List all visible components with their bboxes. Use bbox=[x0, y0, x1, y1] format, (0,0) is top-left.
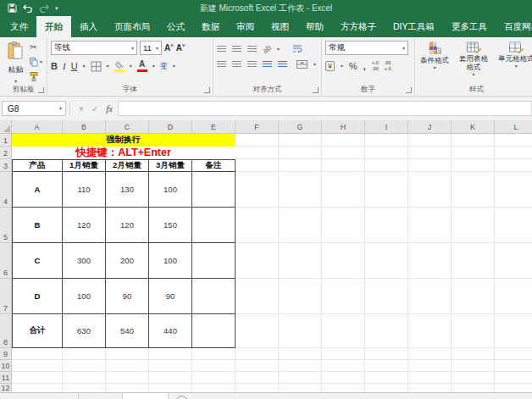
row-header-8[interactable]: 8 bbox=[0, 314, 12, 348]
cell-J8[interactable] bbox=[408, 314, 452, 348]
cell-B6[interactable]: 300 bbox=[63, 243, 106, 279]
cell-C11[interactable] bbox=[106, 372, 149, 384]
cell-F3[interactable] bbox=[236, 159, 279, 172]
cell-G12[interactable] bbox=[279, 384, 322, 392]
grow-font-button[interactable]: A˄ bbox=[164, 43, 174, 53]
cell-D11[interactable] bbox=[149, 372, 192, 384]
cell-E7[interactable] bbox=[192, 279, 236, 314]
column-header-A[interactable]: A bbox=[12, 120, 63, 134]
column-header-D[interactable]: D bbox=[149, 120, 192, 134]
cell-L5[interactable] bbox=[495, 208, 532, 243]
ribbon-tab-7[interactable]: 审阅 bbox=[228, 16, 263, 37]
cell-E12[interactable] bbox=[192, 384, 236, 392]
ribbon-tab-2[interactable]: 开始 bbox=[36, 16, 71, 37]
cell-H10[interactable] bbox=[322, 360, 365, 372]
formula-input[interactable] bbox=[118, 101, 532, 116]
cell-I5[interactable] bbox=[365, 208, 408, 243]
cut-button[interactable]: ✂ bbox=[30, 42, 42, 53]
save-icon[interactable] bbox=[8, 3, 17, 13]
insert-function-icon[interactable]: fx bbox=[106, 103, 113, 114]
cell-A3[interactable]: 产品 bbox=[12, 159, 63, 172]
cell-C9[interactable] bbox=[106, 348, 149, 360]
cell-L4[interactable] bbox=[495, 172, 532, 208]
cell-J10[interactable] bbox=[408, 360, 452, 372]
decrease-indent-icon[interactable] bbox=[263, 61, 272, 69]
column-header-F[interactable]: F bbox=[236, 120, 279, 134]
cell-B12[interactable] bbox=[63, 384, 106, 392]
align-middle-icon[interactable] bbox=[232, 46, 241, 53]
cell-A6[interactable]: C bbox=[12, 243, 63, 279]
undo-icon[interactable] bbox=[23, 4, 33, 13]
cell-C12[interactable] bbox=[106, 384, 149, 392]
cell-G4[interactable] bbox=[279, 172, 322, 208]
comma-style-icon[interactable]: , bbox=[363, 61, 366, 71]
cell-I9[interactable] bbox=[365, 348, 408, 360]
increase-decimal-icon[interactable]: +.0 .00 bbox=[372, 60, 379, 71]
column-header-G[interactable]: G bbox=[279, 120, 322, 134]
cell-L8[interactable] bbox=[495, 314, 532, 348]
cell-K1[interactable] bbox=[452, 134, 495, 147]
cell-B10[interactable] bbox=[63, 360, 106, 372]
cell-J9[interactable] bbox=[408, 348, 452, 360]
cell-J5[interactable] bbox=[408, 208, 452, 243]
cell-F12[interactable] bbox=[236, 384, 279, 392]
cell-L11[interactable] bbox=[495, 372, 532, 384]
cell-I10[interactable] bbox=[365, 360, 408, 372]
font-name-select[interactable]: 等线▾ bbox=[51, 41, 137, 55]
cell-C5[interactable]: 120 bbox=[106, 208, 149, 243]
cell-K6[interactable] bbox=[452, 243, 495, 279]
cell-I4[interactable] bbox=[365, 172, 408, 208]
cell-C4[interactable]: 130 bbox=[106, 172, 149, 208]
cell-E11[interactable] bbox=[192, 372, 236, 384]
cell-G10[interactable] bbox=[279, 360, 322, 372]
paste-button[interactable]: 粘贴 ▾ bbox=[3, 41, 28, 85]
ribbon-tab-4[interactable]: 页面布局 bbox=[106, 16, 158, 37]
font-size-select[interactable]: 11▾ bbox=[140, 41, 162, 55]
cell-J3[interactable] bbox=[408, 159, 452, 172]
cell-G9[interactable] bbox=[279, 348, 322, 360]
cell-B4[interactable]: 110 bbox=[63, 172, 106, 208]
cell-H12[interactable] bbox=[322, 384, 365, 392]
ribbon-tab-5[interactable]: 公式 bbox=[158, 16, 193, 37]
cell-L6[interactable] bbox=[495, 243, 532, 279]
cell-L7[interactable] bbox=[495, 279, 532, 314]
column-header-J[interactable]: J bbox=[408, 120, 452, 134]
cell-I11[interactable] bbox=[365, 372, 408, 384]
cell-L12[interactable] bbox=[495, 384, 532, 392]
cell-H7[interactable] bbox=[322, 279, 365, 314]
cell-L10[interactable] bbox=[495, 360, 532, 372]
ribbon-tab-9[interactable]: 帮助 bbox=[297, 16, 332, 37]
percent-style-icon[interactable]: % bbox=[349, 61, 357, 71]
cell-E10[interactable] bbox=[192, 360, 236, 372]
cell-A11[interactable] bbox=[12, 372, 63, 384]
phonetic-button[interactable]: 变 bbox=[160, 61, 168, 72]
cell-G3[interactable] bbox=[279, 159, 322, 172]
cell-E3[interactable]: 备注 bbox=[192, 159, 236, 172]
sheet-tab-1[interactable]: Sheet1 bbox=[34, 393, 79, 399]
format-as-table-button[interactable]: 套用表格格式 ▾ bbox=[454, 41, 493, 78]
cell-C10[interactable] bbox=[106, 360, 149, 372]
cell-J12[interactable] bbox=[408, 384, 452, 392]
cell-H11[interactable] bbox=[322, 372, 365, 384]
customize-qat-icon[interactable]: ▾ bbox=[55, 5, 58, 12]
cell-L1[interactable] bbox=[495, 134, 532, 147]
cell-J6[interactable] bbox=[408, 243, 452, 279]
cell-J1[interactable] bbox=[408, 134, 452, 147]
sheet-tab-3[interactable]: Sheet3 bbox=[123, 393, 169, 399]
cell-C8[interactable]: 540 bbox=[106, 314, 149, 348]
cell-I1[interactable] bbox=[365, 134, 408, 147]
cell-E6[interactable] bbox=[192, 243, 236, 279]
column-header-E[interactable]: E bbox=[192, 120, 236, 134]
column-header-H[interactable]: H bbox=[322, 120, 365, 134]
cell-K5[interactable] bbox=[452, 208, 495, 243]
select-all-corner[interactable] bbox=[0, 120, 12, 134]
cell-D5[interactable]: 150 bbox=[149, 208, 192, 243]
cell-B7[interactable]: 100 bbox=[63, 279, 106, 314]
column-header-I[interactable]: I bbox=[365, 120, 408, 134]
cell-I6[interactable] bbox=[365, 243, 408, 279]
cell-A9[interactable] bbox=[12, 348, 63, 360]
cell-L3[interactable] bbox=[495, 159, 532, 172]
cell-H1[interactable] bbox=[322, 134, 365, 147]
cell-E4[interactable] bbox=[192, 172, 236, 208]
cell-H3[interactable] bbox=[322, 159, 365, 172]
